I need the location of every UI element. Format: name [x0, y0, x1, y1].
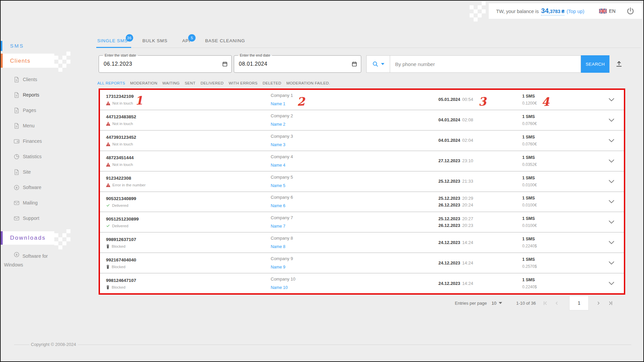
calendar-icon[interactable]	[222, 61, 228, 68]
chevron-down-icon[interactable]	[607, 198, 616, 205]
sidebar-item-label: Menu	[23, 123, 35, 128]
document-icon	[13, 92, 20, 98]
end-date-label: Enter the end date	[238, 53, 272, 58]
cell-client: Company 1 Name 1	[271, 93, 438, 107]
report-filter-all-reports[interactable]: ALL REPORTS	[97, 81, 125, 85]
client-name-link[interactable]: Name 1	[271, 102, 285, 106]
sidebar-section-sms[interactable]: SMS	[1, 41, 51, 51]
phone-number: 9051251230899	[106, 217, 271, 222]
time-value: 02:08	[462, 117, 473, 122]
tab-base-cleaning[interactable]: BASE CLEANING	[205, 38, 245, 48]
sidebar-item-site[interactable]: Site	[1, 164, 81, 180]
sidebar-item-support[interactable]: Support	[1, 210, 81, 226]
client-name-link[interactable]: Name 10	[271, 285, 288, 290]
document-icon	[13, 107, 20, 114]
chevron-down-icon[interactable]	[607, 178, 616, 185]
sidebar-item-mailing[interactable]: Mailing	[1, 195, 81, 210]
time-value: 23:10	[462, 158, 473, 163]
sms-price: 0.0760€	[522, 121, 599, 126]
report-filter-sent[interactable]: SENT	[185, 81, 196, 85]
chevron-down-icon[interactable]	[607, 137, 616, 144]
date-line-1: 27.12.202323:10	[438, 158, 522, 164]
sms-count: 1 SMS	[522, 135, 599, 139]
sidebar-item-label: Support	[23, 216, 39, 221]
cell-dates: 25.12.202320:27 26.12.202320:23	[438, 216, 522, 229]
client-name-link[interactable]: Name 8	[271, 244, 285, 249]
date-value: 27.12.2023	[438, 158, 460, 163]
client-name-link[interactable]: Name 4	[271, 163, 285, 168]
company-label: Company 2	[271, 113, 438, 118]
search-type-selector[interactable]	[366, 55, 390, 73]
chevron-down-icon[interactable]	[607, 117, 616, 124]
sidebar-section-downloads[interactable]: Downloads	[1, 231, 54, 245]
chevron-down-icon[interactable]	[607, 219, 616, 226]
sidebar-item-pages[interactable]: Pages	[1, 103, 81, 118]
logout-power-icon[interactable]	[626, 7, 635, 15]
report-filter-deleted[interactable]: DELETED	[263, 81, 281, 85]
cell-phone: 9051251230899 Delivered	[100, 217, 271, 228]
reports-table: 17312342109 Not in touch Company 1 Name …	[99, 88, 625, 295]
status-text: Delivered	[112, 224, 128, 228]
status-text: Blocked	[112, 244, 125, 248]
time-value: 00:54	[462, 97, 473, 102]
phone-number: 905321340899	[106, 196, 271, 201]
sidebar-item-reports[interactable]: Reports	[1, 87, 81, 103]
export-upload-icon[interactable]	[615, 60, 623, 69]
client-name-link[interactable]: Name 5	[271, 183, 285, 188]
sidebar-item-software[interactable]: Software	[1, 180, 81, 195]
chevron-down-icon[interactable]	[607, 158, 616, 165]
tab-single-sms[interactable]: SINGLE SMS36	[97, 38, 128, 48]
end-date-field[interactable]: Enter the end date 08.01.2024	[234, 55, 361, 73]
previous-page-button[interactable]	[553, 300, 560, 306]
search-input[interactable]	[390, 55, 581, 73]
table-row: 905321340899 Delivered Company 6 Name 6 …	[100, 192, 624, 213]
client-name-link[interactable]: Name 7	[271, 224, 285, 229]
document-icon	[13, 76, 20, 83]
calendar-icon[interactable]	[352, 61, 357, 68]
end-date-value[interactable]: 08.01.2024	[239, 61, 267, 67]
start-date-value[interactable]: 06.12.2023	[104, 61, 132, 67]
company-label: Company 6	[271, 195, 438, 200]
report-filter-with-errors[interactable]: WITH ERRORS	[229, 81, 258, 85]
sidebar-item-statistics[interactable]: Statistics	[1, 149, 81, 164]
client-name-link[interactable]: Name 3	[271, 142, 285, 147]
sidebar-item-software-for-windows[interactable]: Software for Windows	[1, 251, 63, 269]
table-row: 447123483852 Not in touch Company 2 Name…	[100, 110, 624, 131]
chevron-down-icon[interactable]	[607, 96, 616, 103]
chevron-down-icon[interactable]	[607, 259, 616, 266]
report-filter-moderation[interactable]: MODERATION	[130, 81, 157, 85]
last-page-button[interactable]	[607, 300, 614, 307]
sidebar-section-clients[interactable]: Clients	[1, 54, 54, 68]
phone-number: 998124647107	[106, 278, 271, 283]
pagination-range: 1-10 of 36	[516, 301, 536, 306]
top-up-link[interactable]: (Top up)	[567, 9, 584, 14]
report-filter-waiting[interactable]: WAITING	[162, 81, 180, 85]
cell-sms: 1 SMS 0.0352€	[522, 155, 599, 167]
search-button[interactable]: SEARCH	[581, 55, 609, 73]
table-row: 447393123452 Not in touch Company 3 Name…	[100, 131, 624, 151]
first-page-button[interactable]	[542, 300, 549, 307]
entries-per-page-label: Entries per page	[455, 301, 487, 306]
chevron-down-icon[interactable]	[607, 239, 616, 246]
next-page-button[interactable]	[595, 300, 602, 306]
tab-bulk-sms[interactable]: BULK SMS	[143, 38, 168, 48]
language-selector[interactable]: EN	[599, 8, 615, 14]
client-name-link[interactable]: Name 9	[271, 265, 285, 269]
report-filter-delivered[interactable]: DELIVERED	[201, 81, 224, 85]
delivery-status: Not in touch	[106, 163, 271, 167]
client-name-link[interactable]: Name 2	[271, 122, 285, 127]
phone-number: 17312342109	[106, 94, 271, 99]
sidebar-item-menu[interactable]: Menu	[1, 118, 81, 133]
tab-api[interactable]: API5	[182, 38, 190, 48]
report-filter-moderation-failed[interactable]: MODERATION FAILED.	[286, 81, 330, 85]
start-date-field[interactable]: Enter the start date 06.12.2023	[99, 55, 232, 73]
client-name-link[interactable]: Name 6	[271, 203, 285, 208]
entries-per-page-select[interactable]: 10	[491, 301, 502, 306]
chevron-down-icon[interactable]	[607, 280, 616, 287]
check-icon	[106, 203, 110, 207]
sidebar-item-finances[interactable]: Finances	[1, 133, 81, 149]
sidebar-item-label: Software	[23, 185, 41, 190]
page-number-input[interactable]: 1	[569, 296, 589, 310]
sidebar-item-clients[interactable]: Clients	[1, 72, 81, 87]
currency-symbol: ₴	[561, 9, 565, 14]
